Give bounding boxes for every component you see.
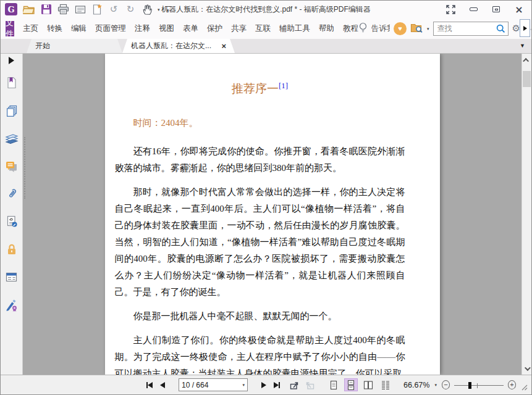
redo-icon[interactable]: ↻: [125, 3, 136, 15]
page-number-combo: ▾: [179, 378, 248, 391]
menu-organize[interactable]: 页面管理: [95, 23, 126, 34]
app-window: G ↺ ↻ ▾ ▾ 机器人叛乱：在达尔文时代找到意义.pd: [0, 0, 532, 395]
heart-icon[interactable]: ♥: [394, 22, 407, 35]
page-combo-caret-icon[interactable]: ▾: [242, 383, 245, 387]
panel-resize-handle[interactable]: [24, 137, 25, 199]
tab-document[interactable]: 机器人叛乱：在达尔文... ×: [122, 39, 235, 53]
zoom-out-button[interactable]: −: [442, 380, 450, 389]
folder-search-caret-icon[interactable]: ▾: [427, 27, 429, 31]
digital-signatures-panel-icon[interactable]: [5, 299, 19, 311]
undo-icon[interactable]: ↺: [108, 3, 119, 15]
menu-view[interactable]: 视图: [159, 23, 174, 34]
folder-search-icon[interactable]: [410, 22, 423, 35]
zoom-caret-icon[interactable]: ▾: [434, 383, 437, 387]
print-icon[interactable]: [57, 4, 69, 15]
nav-forward-icon: [523, 26, 527, 31]
view-history: [289, 380, 316, 391]
doc-paragraph: 那时，就像那个时代富人常常会做出的选择一样，你的主人决定将自己冬眠起来，一直到4…: [115, 184, 405, 301]
minimize-icon[interactable]: [468, 4, 478, 14]
menu-convert[interactable]: 转换: [47, 23, 62, 34]
app-logo-icon[interactable]: G: [5, 3, 17, 15]
tab-start-label: 开始: [35, 41, 50, 51]
titlebar: G ↺ ↻ ▾ ▾ 机器人叛乱：在达尔文时代找到意义.pd: [1, 1, 531, 18]
page-layout-modes: [327, 378, 392, 391]
menu-tutorial[interactable]: 教程: [343, 23, 358, 34]
menu-edit[interactable]: 编辑: [71, 23, 87, 34]
menu-protect[interactable]: 保护: [207, 23, 222, 34]
search-box: [433, 22, 509, 36]
nav-forward-button[interactable]: [520, 19, 530, 37]
gear-icon[interactable]: ⚙: [512, 23, 520, 34]
doc-paragraph: 主人们制造了你们。你的终极使命就是帮助主人度过400年的冬眠期。为了完成这一终极…: [115, 332, 405, 375]
hand-tool-caret-icon[interactable]: ▾: [158, 7, 160, 12]
doc-paragraph: 还有16年，你即将完成你的使命。你推开窗，看着冬眠医院外渐渐败落的城市。雾霾渐起…: [115, 143, 405, 177]
menu-items: 主页 转换 编辑 页面管理 注释 视图 表单 保护 共享 互联 辅助工具 帮助 …: [23, 23, 358, 34]
fullscreen-icon[interactable]: [445, 4, 455, 14]
continuous-view-icon[interactable]: [344, 378, 358, 391]
doc-heading-footnote-link[interactable]: [1]: [279, 81, 288, 90]
zoom-in-button[interactable]: +: [508, 380, 516, 389]
open-file-icon[interactable]: [23, 4, 35, 15]
page-thumbnails-panel-icon[interactable]: [5, 104, 19, 117]
scrollbar-thumb[interactable]: [523, 71, 531, 87]
tab-document-label: 机器人叛乱：在达尔文...: [131, 41, 211, 51]
vertical-scrollbar[interactable]: [521, 54, 531, 375]
new-document-icon[interactable]: [91, 4, 103, 15]
close-icon[interactable]: ×: [514, 4, 524, 14]
hand-tool-icon[interactable]: [141, 4, 152, 15]
file-menu-button[interactable]: 文件: [6, 21, 14, 36]
field-recognition-panel-icon[interactable]: [5, 215, 19, 228]
layers-panel-icon[interactable]: [5, 132, 19, 144]
bookmarks-panel-icon[interactable]: [5, 77, 19, 89]
menu-home[interactable]: 主页: [23, 23, 38, 34]
zoom-slider[interactable]: [454, 381, 504, 389]
attachments-panel-icon[interactable]: [5, 188, 19, 200]
scroll-down-icon[interactable]: [522, 364, 531, 373]
security-panel-icon[interactable]: [5, 243, 19, 256]
menu-share[interactable]: 共享: [231, 23, 247, 34]
expand-panel-icon[interactable]: [9, 57, 14, 64]
menu-connect[interactable]: 互联: [255, 23, 271, 34]
next-view-icon[interactable]: [305, 380, 316, 391]
menu-help[interactable]: 帮助: [319, 23, 334, 34]
restore-icon[interactable]: [491, 4, 501, 14]
previous-view-icon[interactable]: [289, 380, 300, 391]
save-icon[interactable]: [41, 4, 52, 15]
facing-view-icon[interactable]: [361, 378, 375, 391]
main-area: 推荐序一[1] 时间：2404年。 还有16年，你即将完成你的使命。你推开窗，看…: [1, 54, 531, 375]
tell-me-label[interactable]: 告诉我: [371, 23, 390, 34]
zoom-slider-handle[interactable]: [468, 382, 471, 389]
doc-meta-line: 时间：2404年。: [115, 117, 405, 129]
previous-page-button[interactable]: [160, 382, 165, 388]
last-page-button[interactable]: [274, 382, 280, 388]
navigation-panel-bar: [1, 54, 23, 375]
search-icon[interactable]: [496, 24, 505, 33]
menu-comment[interactable]: 注释: [135, 23, 150, 34]
menu-form[interactable]: 表单: [183, 23, 198, 34]
menu-accessibility[interactable]: 辅助工具: [279, 23, 310, 34]
page-number-input[interactable]: [182, 381, 235, 389]
menubar: 文件 主页 转换 编辑 页面管理 注释 视图 表单 保护 共享 互联 辅助工具 …: [1, 18, 531, 39]
page-navigation: ▾: [146, 378, 280, 391]
nav-back-icon[interactable]: ◁: [530, 24, 532, 33]
next-page-button[interactable]: [261, 382, 266, 388]
tab-list-caret-icon[interactable]: ▼: [520, 43, 525, 49]
zoom-level-value[interactable]: 66.67%: [403, 381, 429, 389]
first-page-button[interactable]: [146, 382, 153, 388]
tab-start[interactable]: 开始: [27, 39, 122, 53]
search-input[interactable]: [437, 24, 496, 33]
comments-panel-icon[interactable]: [5, 160, 19, 172]
lightbulb-icon[interactable]: [358, 22, 368, 35]
scroll-up-icon[interactable]: [522, 55, 531, 65]
continuous-facing-view-icon[interactable]: [379, 378, 392, 391]
pdf-page: 推荐序一[1] 时间：2404年。 还有16年，你即将完成你的使命。你推开窗，看…: [105, 54, 440, 375]
destinations-panel-icon[interactable]: [5, 271, 19, 283]
document-area: 推荐序一[1] 时间：2404年。 还有16年，你即将完成你的使命。你推开窗，看…: [23, 54, 521, 375]
window-controls: ×: [445, 4, 531, 14]
single-page-view-icon[interactable]: [327, 378, 340, 391]
tab-close-icon[interactable]: ×: [221, 41, 226, 51]
email-icon[interactable]: [75, 4, 86, 15]
doc-heading: 推荐序一[1]: [115, 81, 405, 97]
window-resize-grip-icon[interactable]: [521, 384, 528, 394]
window-title: 机器人叛乱：在达尔文时代找到意义.pdf * - 福昕高级PDF编辑器: [161, 4, 371, 15]
